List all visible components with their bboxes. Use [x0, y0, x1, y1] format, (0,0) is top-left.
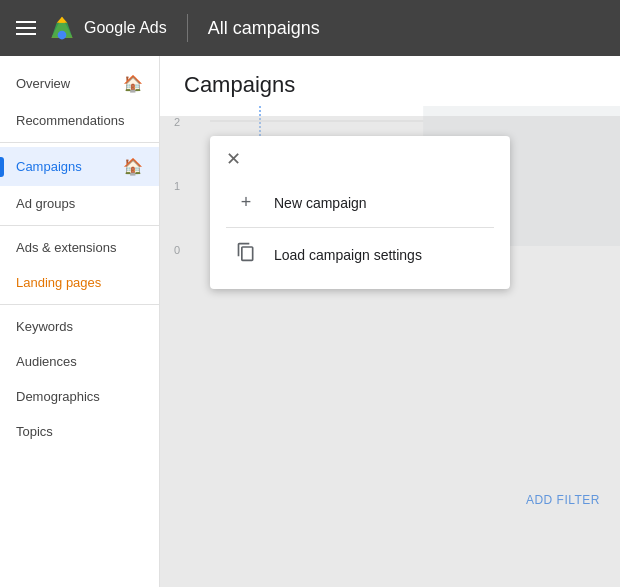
sidebar: Overview 🏠 Recommendations Campaigns 🏠 A… — [0, 56, 160, 587]
main-layout: Overview 🏠 Recommendations Campaigns 🏠 A… — [0, 56, 620, 587]
sidebar-item-recommendations[interactable]: Recommendations — [0, 103, 159, 138]
top-bar-divider — [187, 14, 188, 42]
popup-close-button[interactable]: ✕ — [226, 148, 241, 170]
sidebar-divider-1 — [0, 142, 159, 143]
sidebar-item-label: Campaigns — [16, 159, 82, 174]
sidebar-item-landing-pages[interactable]: Landing pages — [0, 265, 159, 300]
page-title: Campaigns — [160, 56, 620, 106]
sidebar-item-keywords[interactable]: Keywords — [0, 309, 159, 344]
top-bar: Google Ads All campaigns — [0, 0, 620, 56]
sidebar-item-label: Topics — [16, 424, 53, 439]
sidebar-item-label: Ads & extensions — [16, 240, 116, 255]
sidebar-item-campaigns[interactable]: Campaigns 🏠 — [0, 147, 159, 186]
sidebar-item-ad-groups[interactable]: Ad groups — [0, 186, 159, 221]
sidebar-item-topics[interactable]: Topics — [0, 414, 159, 449]
popup-item-load-settings[interactable]: Load campaign settings — [210, 228, 510, 281]
app-name: Google Ads — [84, 19, 167, 37]
sidebar-item-label: Recommendations — [16, 113, 124, 128]
sidebar-item-label: Audiences — [16, 354, 77, 369]
sidebar-item-ads-extensions[interactable]: Ads & extensions — [0, 230, 159, 265]
active-indicator — [0, 157, 4, 177]
sidebar-item-audiences[interactable]: Audiences — [0, 344, 159, 379]
svg-marker-3 — [57, 17, 68, 23]
home-icon: 🏠 — [123, 74, 143, 93]
google-ads-logo — [48, 14, 76, 42]
sidebar-item-label: Overview — [16, 76, 70, 91]
sidebar-item-label: Ad groups — [16, 196, 75, 211]
popup-item-label: Load campaign settings — [274, 247, 422, 263]
sidebar-item-label: Keywords — [16, 319, 73, 334]
sidebar-divider-2 — [0, 225, 159, 226]
top-bar-title: All campaigns — [208, 18, 320, 39]
main-content: Campaigns 2 1 0 Jun 7, 2019 — [160, 56, 620, 587]
popup-item-label: New campaign — [274, 195, 367, 211]
sidebar-item-label: Landing pages — [16, 275, 101, 290]
popup-header: ✕ — [210, 136, 510, 178]
logo-container: Google Ads — [48, 14, 167, 42]
sidebar-item-demographics[interactable]: Demographics — [0, 379, 159, 414]
sidebar-item-label: Demographics — [16, 389, 100, 404]
campaign-popup: ✕ + New campaign Load campaign settings — [210, 136, 510, 289]
popup-item-new-campaign[interactable]: + New campaign — [210, 178, 510, 227]
sidebar-item-overview[interactable]: Overview 🏠 — [0, 64, 159, 103]
home-icon: 🏠 — [123, 157, 143, 176]
hamburger-menu[interactable] — [16, 21, 36, 35]
plus-icon: + — [234, 192, 258, 213]
copy-icon — [234, 242, 258, 267]
svg-point-2 — [58, 31, 67, 40]
sidebar-divider-3 — [0, 304, 159, 305]
